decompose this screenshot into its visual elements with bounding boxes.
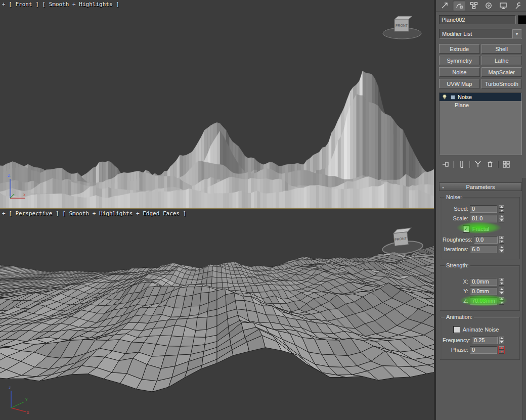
command-panel-tabs	[436, 0, 526, 12]
modifier-icon	[450, 95, 456, 100]
phase-label: Phase:	[451, 347, 468, 353]
animation-group: Animation: Animate Noise Frequency: 0.25…	[440, 317, 520, 360]
strength-x-field[interactable]: 0.0mm	[470, 278, 497, 286]
strength-z-spinner[interactable]	[499, 297, 504, 305]
iterations-field[interactable]: 6.0	[470, 246, 497, 253]
hierarchy-icon	[470, 2, 478, 10]
viewcube[interactable]: FRONT	[379, 13, 425, 46]
seed-spinner[interactable]	[499, 205, 504, 213]
rollout-collapse-icon[interactable]: -	[440, 184, 447, 190]
viewport-perspective-label[interactable]: + [ Perspective ] [ Smooth + Highlights …	[2, 210, 186, 217]
strength-y-spinner[interactable]	[499, 288, 504, 295]
axis-y-label: y	[25, 396, 28, 401]
noise-group: Noise: Seed: 0 Scale: 81.0 ✓ Fractal Rou…	[440, 197, 520, 259]
modifier-buttons: Extrude Shell Symmetry Lathe Noise MapSc…	[439, 44, 522, 88]
frequency-field[interactable]: 0.25	[472, 337, 498, 344]
scale-field[interactable]: 81.0	[470, 215, 497, 222]
tab-utilities[interactable]	[511, 1, 524, 11]
viewcube-icon[interactable]: FRONT	[379, 13, 425, 44]
modify-icon	[455, 2, 463, 10]
tab-display[interactable]	[497, 1, 509, 11]
viewport-front[interactable]: + [ Front ] [ Smooth + Highlights ] FRON…	[0, 0, 434, 209]
tab-create[interactable]	[438, 1, 451, 11]
modifier-button-noise[interactable]: Noise	[439, 67, 480, 77]
modifier-button-extrude[interactable]: Extrude	[439, 44, 480, 54]
iterations-label: Iterations:	[444, 246, 468, 252]
scale-label: Scale:	[453, 215, 468, 221]
strength-z-row: Z: 70.03mm	[443, 297, 517, 305]
animate-noise-checkbox[interactable]	[453, 326, 460, 333]
viewcube[interactable]: FRONT	[378, 224, 426, 262]
viewport-perspective[interactable]: + [ Perspective ] [ Smooth + Highlights …	[0, 209, 434, 420]
animation-group-title: Animation:	[445, 314, 474, 320]
stack-item-label: Plane	[455, 102, 469, 108]
dropdown-arrow-icon[interactable]: ▼	[512, 29, 521, 38]
strength-z-label: Z:	[463, 298, 468, 304]
show-end-result-icon	[458, 160, 466, 168]
frequency-row: Frequency: 0.25	[443, 336, 517, 344]
tab-hierarchy[interactable]	[467, 1, 480, 11]
viewcube-face-label: FRONT	[396, 24, 408, 27]
animate-noise-row: Animate Noise	[443, 324, 517, 335]
viewport-front-label[interactable]: + [ Front ] [ Smooth + Highlights ]	[2, 1, 119, 8]
modifier-button-uvwmap[interactable]: UVW Map	[439, 79, 480, 88]
visibility-bulb-icon[interactable]	[441, 94, 448, 101]
noise-group-title: Noise:	[445, 194, 463, 200]
modifier-button-lathe[interactable]: Lathe	[481, 56, 522, 65]
seed-field[interactable]: 0	[470, 205, 497, 213]
object-name-field[interactable]	[439, 15, 516, 24]
command-panel: Modifier List ▼ Extrude Shell Symmetry L…	[436, 0, 526, 420]
fractal-label: Fractal	[472, 226, 490, 232]
strength-y-label: Y:	[463, 288, 468, 294]
object-color-swatch[interactable]	[518, 15, 526, 24]
panel-scrollbar[interactable]	[522, 178, 526, 420]
utilities-icon	[514, 2, 522, 10]
strength-z-field[interactable]: 70.03mm	[470, 297, 497, 305]
tab-modify[interactable]	[453, 1, 465, 11]
modifier-list-dropdown[interactable]: Modifier List ▼	[439, 29, 522, 39]
strength-group: Strength: X: 0.0mm Y: 0.0mm Z: 70.03mm	[440, 265, 520, 311]
make-unique-icon	[474, 160, 482, 168]
stack-item-plane[interactable]: Plane	[440, 101, 521, 109]
perspective-viewport-canvas[interactable]	[0, 209, 434, 420]
modifier-button-shell[interactable]: Shell	[481, 44, 522, 54]
front-viewport-canvas[interactable]	[0, 0, 434, 208]
toolbar-separator	[498, 161, 499, 168]
tab-motion[interactable]	[482, 1, 495, 11]
axis-z-label: z	[9, 385, 11, 390]
modifier-list-label: Modifier List	[440, 31, 512, 37]
viewcube-icon[interactable]: FRONT	[378, 224, 426, 260]
frequency-spinner[interactable]	[499, 337, 504, 344]
configure-modifier-sets-icon	[502, 160, 510, 168]
axis-tripod: Z x	[3, 171, 30, 205]
rollout-title: Parameters	[447, 184, 521, 190]
strength-x-row: X: 0.0mm	[443, 277, 517, 286]
modifier-button-mapscaler[interactable]: MapScaler	[481, 67, 522, 77]
make-unique-button[interactable]	[473, 160, 483, 169]
toolbar-separator	[469, 161, 470, 168]
remove-modifier-button[interactable]	[486, 160, 495, 169]
parameters-rollout-header[interactable]: - Parameters	[439, 182, 522, 191]
iterations-row: Iterations: 6.0	[443, 245, 517, 253]
fractal-row: ✓ Fractal	[443, 224, 517, 234]
roughness-row: Roughness: 0.0	[443, 236, 517, 244]
pin-stack-button[interactable]	[441, 160, 450, 169]
iterations-spinner[interactable]	[499, 246, 504, 253]
strength-x-spinner[interactable]	[499, 278, 504, 286]
stack-item-noise[interactable]: Noise	[440, 93, 521, 101]
strength-y-field[interactable]: 0.0mm	[470, 288, 497, 295]
fractal-checkbox[interactable]: ✓	[463, 225, 470, 232]
modifier-stack: Noise Plane	[439, 92, 522, 155]
modifier-button-symmetry[interactable]: Symmetry	[439, 56, 480, 65]
phase-spinner[interactable]	[499, 346, 504, 354]
modifier-button-turbosmooth[interactable]: TurboSmooth	[481, 79, 522, 88]
object-name-row	[439, 15, 522, 24]
axis-tripod: z x y	[3, 384, 31, 417]
roughness-spinner[interactable]	[499, 236, 504, 244]
configure-modifier-sets-button[interactable]	[502, 160, 511, 169]
show-end-result-button[interactable]	[457, 160, 466, 169]
roughness-field[interactable]: 0.0	[474, 236, 498, 244]
scale-spinner[interactable]	[499, 215, 504, 222]
seed-label: Seed:	[454, 206, 468, 212]
phase-field[interactable]: 0	[470, 346, 497, 354]
